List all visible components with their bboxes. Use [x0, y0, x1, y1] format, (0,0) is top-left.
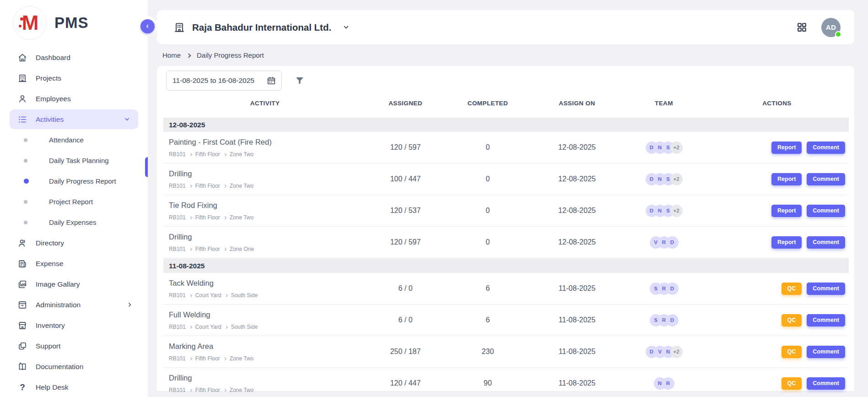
team-avatar[interactable]: D — [666, 283, 679, 295]
path-chevron-icon — [223, 388, 226, 392]
path-chevron-icon — [189, 294, 192, 297]
sidebar-item-daily-task-planning[interactable]: Daily Task Planning — [0, 150, 148, 171]
sidebar-item-help-desk[interactable]: ? Help Desk — [0, 377, 148, 397]
primary-action-button[interactable]: QC — [782, 346, 802, 358]
sidebar-collapse-halo — [137, 16, 157, 36]
path-segment: Zone Two — [230, 355, 253, 362]
chevron-right-icon — [126, 301, 133, 308]
company-name: Raja Bahadur International Ltd. — [192, 22, 331, 33]
table-body: 12-08-2025 Painting - First Coat (Fire R… — [163, 118, 849, 397]
assign-on-value: 12-08-2025 — [531, 207, 623, 215]
primary-action-button[interactable]: QC — [782, 314, 802, 326]
breadcrumb-current: Daily Progress Report — [197, 51, 264, 59]
sidebar-item-inventory[interactable]: Inventory — [0, 315, 148, 336]
image-icon — [17, 279, 27, 289]
team-extra-count[interactable]: +2 — [670, 173, 683, 185]
chevron-right-icon — [187, 53, 191, 58]
list-icon — [17, 114, 27, 125]
path-segment: South Side — [231, 292, 258, 299]
sidebar-collapse-button[interactable] — [140, 19, 155, 33]
completed-value: 6 — [444, 316, 531, 324]
sidebar-item-directory[interactable]: Directory — [0, 233, 148, 253]
comment-button[interactable]: Comment — [807, 314, 845, 326]
activity-title: Full Welding — [169, 310, 367, 319]
primary-action-button[interactable]: Report — [771, 236, 802, 249]
main-content: Raja Bahadur International Ltd. AD Home … — [148, 0, 868, 397]
primary-action-button[interactable]: QC — [782, 283, 802, 295]
team-extra-count[interactable]: +2 — [670, 205, 683, 217]
archive-box-icon — [17, 300, 27, 310]
sidebar-item-documentation[interactable]: Documentation — [0, 356, 148, 377]
sidebar-item-projects[interactable]: Projects — [0, 68, 148, 88]
activity-title: Drilling — [169, 169, 367, 178]
team-avatar[interactable]: D — [666, 314, 679, 326]
team-avatars: SRD — [623, 314, 705, 326]
sidebar-item-activities[interactable]: Activities — [10, 109, 138, 129]
completed-value: 0 — [444, 175, 531, 183]
path-segment: RB101 — [169, 246, 186, 252]
comment-button[interactable]: Comment — [807, 141, 845, 154]
activity-path: RB101Court YardSouth Side — [169, 324, 367, 330]
app-logo: M PMS — [0, 0, 148, 44]
receipt-icon — [17, 259, 27, 269]
comment-button[interactable]: Comment — [807, 377, 845, 390]
path-segment: Zone Two — [230, 183, 253, 189]
sidebar-item-administration[interactable]: Administration — [0, 294, 148, 315]
comment-button[interactable]: Comment — [807, 283, 845, 295]
sidebar-item-daily-progress-report[interactable]: Daily Progress Report — [0, 171, 148, 191]
sidebar-item-employees[interactable]: Employees — [0, 88, 148, 109]
column-header-activity: ACTIVITY — [163, 100, 367, 107]
assigned-value: 120 / 597 — [367, 143, 444, 152]
team-avatar[interactable]: D — [666, 236, 679, 249]
path-segment: Fifth Floor — [195, 355, 220, 362]
primary-action-button[interactable]: Report — [771, 173, 802, 185]
path-segment: RB101 — [169, 214, 186, 221]
comment-button[interactable]: Comment — [807, 346, 845, 358]
assign-on-value: 12-08-2025 — [531, 143, 623, 152]
path-chevron-icon — [223, 184, 226, 187]
assigned-value: 100 / 447 — [367, 175, 444, 183]
date-range-input[interactable] — [173, 76, 262, 85]
team-avatars: NR — [623, 377, 705, 390]
path-segment: Zone One — [230, 246, 254, 252]
team-avatars: VRD — [623, 236, 705, 249]
completed-value: 0 — [444, 143, 531, 152]
breadcrumb-home[interactable]: Home — [162, 51, 181, 59]
completed-value: 0 — [444, 207, 531, 215]
team-avatars: SRD — [623, 283, 705, 295]
team-extra-count[interactable]: +2 — [670, 141, 683, 154]
book-icon — [17, 362, 27, 372]
sidebar-item-expense[interactable]: Expense — [0, 253, 148, 274]
table-row: Drilling RB101Fifth FloorZone Two 120 / … — [163, 368, 849, 397]
apps-grid-icon[interactable] — [796, 22, 808, 33]
primary-action-button[interactable]: Report — [771, 205, 802, 217]
user-menu[interactable]: AD — [821, 18, 841, 37]
team-avatar[interactable]: R — [662, 377, 674, 390]
table-row: Drilling RB101Fifth FloorZone One 120 / … — [163, 227, 849, 258]
path-segment: RB101 — [169, 324, 186, 330]
primary-action-button[interactable]: Report — [771, 141, 802, 154]
primary-action-button[interactable]: QC — [782, 377, 802, 390]
team-extra-count[interactable]: +2 — [670, 346, 683, 358]
comment-button[interactable]: Comment — [807, 173, 845, 185]
date-range-picker[interactable] — [166, 71, 282, 91]
sidebar-item-support[interactable]: Support — [0, 336, 148, 356]
comment-button[interactable]: Comment — [807, 236, 845, 249]
company-selector[interactable]: Raja Bahadur International Ltd. — [173, 22, 350, 33]
sidebar-item-project-report[interactable]: Project Report — [0, 191, 148, 212]
chevron-down-icon — [123, 115, 131, 123]
activity-path: RB101Fifth FloorZone Two — [169, 183, 367, 189]
sidebar-item-attendance[interactable]: Attendance — [0, 130, 148, 150]
path-segment: South Side — [231, 324, 258, 330]
completed-value: 0 — [444, 238, 531, 246]
path-segment: Fifth Floor — [195, 387, 220, 393]
comment-button[interactable]: Comment — [807, 205, 845, 217]
sidebar-item-daily-expenses[interactable]: Daily Expenses — [0, 212, 148, 233]
filter-funnel-icon[interactable] — [294, 75, 305, 86]
sidebar-item-dashboard[interactable]: Dashboard — [0, 47, 148, 68]
path-segment: Court Yard — [195, 324, 221, 330]
assigned-value: 6 / 0 — [367, 316, 444, 324]
sidebar-item-image-gallary[interactable]: Image Gallary — [0, 274, 148, 294]
assigned-value: 250 / 187 — [367, 348, 444, 356]
bullet-icon — [24, 159, 27, 163]
